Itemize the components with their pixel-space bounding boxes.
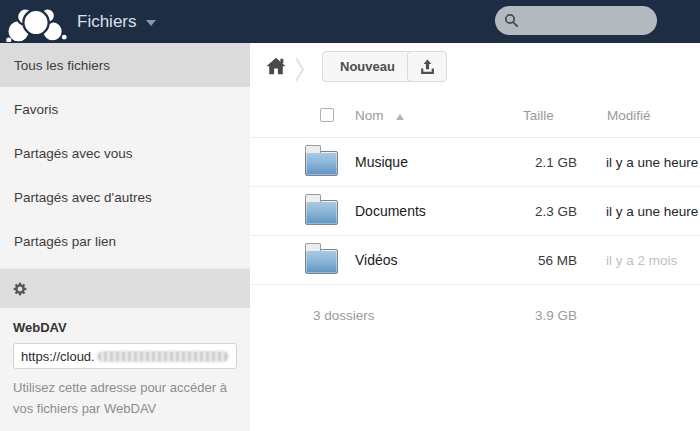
folder-icon [305,249,338,274]
chevron-down-icon [146,20,156,26]
file-row-documents[interactable]: Documents 2.3 GB il y a une heure [250,187,700,236]
sidebar-item-label: Partagés par lien [14,234,116,249]
webdav-url-input[interactable]: https://cloud. [13,343,237,369]
webdav-url-prefix: https://cloud. [21,349,95,364]
folder-icon [305,151,338,176]
owncloud-logo-icon[interactable] [5,5,69,42]
webdav-url-redacted [97,351,229,362]
sidebar-item-label: Tous les fichiers [14,58,110,73]
sidebar-item-label: Favoris [14,102,58,117]
sort-ascending-icon [396,114,404,120]
file-size: 2.3 GB [470,204,577,219]
file-row-videos[interactable]: Vidéos 56 MB il y a 2 mois [250,236,700,285]
file-size: 56 MB [470,253,577,268]
sidebar-item-favorites[interactable]: Favoris [0,87,250,131]
sidebar-item-shared-with-you[interactable]: Partagés avec vous [0,131,250,175]
file-list-header: Nom Taille Modifié [250,95,700,138]
settings-button[interactable] [0,268,250,308]
file-name[interactable]: Documents [355,203,426,219]
new-button[interactable]: Nouveau [322,51,413,82]
upload-icon [420,59,435,75]
sidebar: Tous les fichiers Favoris Partagés avec … [0,43,250,431]
file-size: 2.1 GB [470,155,577,170]
top-bar: Fichiers [0,0,700,43]
summary-folder-count: 3 dossiers [313,308,375,323]
webdav-label: WebDAV [13,320,238,335]
webdav-panel: WebDAV https://cloud. Utilisez cette adr… [13,320,238,420]
column-header-name[interactable]: Nom [355,108,384,123]
summary-total-size: 3.9 GB [470,308,577,323]
file-list-summary: 3 dossiers 3.9 GB [250,285,700,343]
file-row-musique[interactable]: Musique 2.1 GB il y a une heure [250,138,700,187]
file-list-panel: Nouveau Nom Taille Modifié Musique 2.1 G… [250,43,700,431]
sidebar-item-shared-with-others[interactable]: Partagés avec d'autres [0,175,250,219]
folder-icon [305,200,338,225]
column-header-size[interactable]: Taille [523,108,554,123]
upload-button[interactable] [407,51,447,82]
sidebar-item-shared-by-link[interactable]: Partagés par lien [0,219,250,263]
file-modified: il y a une heure [606,155,698,170]
sidebar-item-all-files[interactable]: Tous les fichiers [0,43,250,87]
search-box [495,6,657,35]
gear-icon [13,282,27,296]
file-name[interactable]: Vidéos [355,252,398,268]
search-input[interactable] [495,6,657,35]
breadcrumb-chevron-icon [294,56,305,83]
file-modified: il y a 2 mois [606,253,677,268]
sidebar-item-label: Partagés avec vous [14,146,133,161]
home-icon[interactable] [266,57,286,75]
column-header-modified[interactable]: Modifié [607,108,651,123]
select-all-checkbox[interactable] [320,108,334,122]
app-menu-button[interactable]: Fichiers [77,0,156,43]
sidebar-item-label: Partagés avec d'autres [14,190,152,205]
file-name[interactable]: Musique [355,154,408,170]
app-title: Fichiers [77,12,137,32]
webdav-help-text: Utilisez cette adresse pour accéder à vo… [13,378,235,420]
breadcrumb-toolbar: Nouveau [250,43,700,95]
file-modified: il y a une heure [606,204,698,219]
